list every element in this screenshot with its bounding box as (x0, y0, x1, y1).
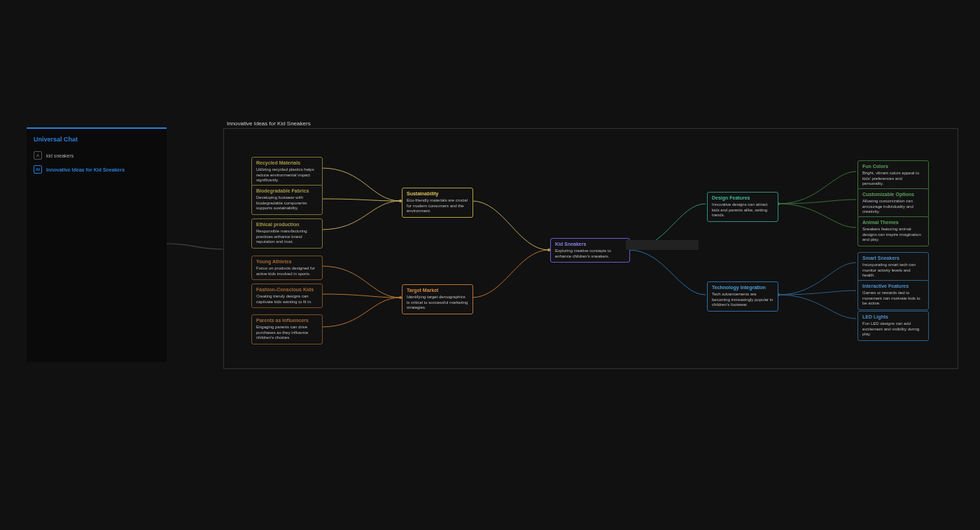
node-desc: Developing footwear with biodegradable c… (256, 195, 318, 211)
node-parents-as-influencers[interactable]: Parents as Influencers Engaging parents … (251, 314, 323, 344)
node-root[interactable]: Kid Sneakers Exploring creative concepts… (550, 238, 630, 263)
node-title: Interactive Features (862, 284, 924, 288)
node-title: Technology Integration (712, 285, 774, 290)
node-interactive-features[interactable]: Interactive Features Games or rewards ti… (858, 280, 929, 310)
node-title: Smart Sneakers (862, 256, 924, 260)
node-desc: Bright, vibrant colors appeal to kids' p… (862, 171, 924, 187)
node-title: Target Market (407, 288, 468, 293)
badge-icon: AI (34, 165, 42, 174)
node-ethical-production[interactable]: Ethical production Responsible manufactu… (251, 218, 323, 249)
node-target-market[interactable]: Target Market Identifying target demogra… (402, 284, 473, 314)
node-title: LED Lights (862, 314, 924, 319)
node-desc: Engaging parents can drive purchases as … (256, 325, 318, 341)
node-desc: Fun LED designs can add excitement and v… (862, 321, 924, 337)
node-customizable-options[interactable]: Customizable Options Allowing customizat… (858, 188, 929, 218)
node-design-features[interactable]: Design Features Innovative designs can a… (707, 192, 778, 222)
node-title: Fun Colors (862, 164, 924, 169)
node-title: Fashion-Conscious Kids (256, 287, 318, 292)
node-desc: Eco-friendly materials are crucial for m… (407, 198, 468, 214)
sidebar-item-response[interactable]: AI Innovative Ideas for Kid Sneakers (27, 162, 167, 176)
node-animal-themes[interactable]: Animal Themes Sneakers featuring animal … (858, 216, 929, 246)
sidebar-item-label: kid sneakers (46, 153, 74, 158)
node-young-athletes[interactable]: Young Athletes Focus on products designe… (251, 256, 323, 280)
node-desc: Games or rewards tied to movement can mo… (862, 291, 924, 307)
node-desc: Focus on products designed for active ki… (256, 266, 318, 277)
node-desc: Exploring creative concepts to enhance c… (555, 249, 625, 259)
node-title: Kid Sneakers (555, 242, 625, 246)
node-led-lights[interactable]: LED Lights Fun LED designs can add excit… (858, 311, 929, 341)
node-fun-colors[interactable]: Fun Colors Bright, vibrant colors appeal… (858, 160, 929, 190)
node-title: Recycled Materials (256, 160, 318, 165)
node-title: Biodegradable Fabrics (256, 188, 318, 193)
node-title: Ethical production (256, 222, 318, 227)
node-sustainability[interactable]: Sustainability Eco-friendly materials ar… (402, 188, 473, 218)
node-technology-integration[interactable]: Technology Integration Tech advancements… (707, 281, 778, 312)
node-desc: Creating trendy designs can captivate ki… (256, 294, 318, 305)
node-desc: Sneakers featuring animal designs can in… (862, 227, 924, 243)
badge-icon: A (34, 151, 42, 160)
node-smart-sneakers[interactable]: Smart Sneakers Incorporating smart tech … (858, 252, 929, 282)
node-desc: Tech advancements are becoming increasin… (712, 292, 774, 308)
node-title: Parents as Influencers (256, 318, 318, 323)
mindmap-canvas[interactable]: Kid Sneakers Exploring creative concepts… (223, 128, 958, 369)
node-desc: Identifying target demographics is criti… (407, 295, 468, 311)
node-recycled-materials[interactable]: Recycled Materials Utilizing recycled pl… (251, 157, 323, 187)
node-desc: Allowing customization can encourage ind… (862, 199, 924, 215)
sidebar-title: Universal Chat (34, 136, 160, 143)
node-title: Customizable Options (862, 192, 924, 197)
node-title: Animal Themes (862, 220, 924, 225)
node-title: Young Athletes (256, 259, 318, 264)
root-chip[interactable] (626, 240, 699, 250)
app-root: Universal Chat A kid sneakers AI Innovat… (0, 0, 980, 530)
node-desc: Utilizing recycled plastics helps reduce… (256, 167, 318, 183)
node-desc: Incorporating smart tech can monitor act… (862, 263, 924, 279)
sidebar-item-label: Innovative Ideas for Kid Sneakers (46, 167, 125, 172)
node-fashion-conscious-kids[interactable]: Fashion-Conscious Kids Creating trendy d… (251, 284, 323, 308)
node-biodegradable-fabrics[interactable]: Biodegradable Fabrics Developing footwea… (251, 185, 323, 215)
canvas-title: Innovative Ideas for Kid Sneakers (227, 120, 311, 127)
sidebar-panel: Universal Chat A kid sneakers AI Innovat… (27, 127, 167, 362)
node-desc: Innovative designs can attract kids and … (712, 202, 774, 218)
sidebar-item-prompt[interactable]: A kid sneakers (27, 148, 167, 162)
node-title: Design Features (712, 195, 774, 200)
node-title: Sustainability (407, 191, 468, 196)
node-desc: Responsible manufacturing practices enha… (256, 229, 318, 245)
